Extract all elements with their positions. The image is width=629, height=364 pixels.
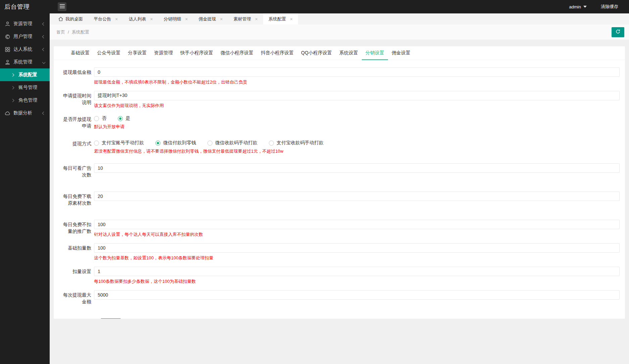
username: admin: [569, 4, 581, 9]
chevron-right-icon: [11, 99, 14, 102]
sidebar-item-system-mgmt[interactable]: 系统管理: [0, 56, 50, 68]
clear-cache-button[interactable]: 清除缓存: [601, 4, 618, 10]
sidebar-item-resource-mgmt[interactable]: 资源管理: [0, 17, 50, 30]
breadcrumb-row: 首页 / 系统配置: [50, 24, 629, 40]
sidebar-subitem-label: 账号管理: [18, 85, 37, 91]
window-tab-system-config[interactable]: 系统配置 ×: [263, 13, 298, 24]
radio-icon: [155, 141, 160, 146]
window-tab-bar: 我的桌面 平台公告 × 达人列表 × 分销明细 × 佣金提现 × 素材管理 × …: [50, 13, 629, 24]
field-label: 提现方式: [57, 139, 94, 154]
chevron-right-icon: [11, 73, 14, 76]
user-tie-icon: [5, 59, 10, 65]
sidebar-subitem-label: 系统配置: [18, 72, 37, 78]
radio-icon: [94, 141, 99, 146]
tab-system-settings[interactable]: 系统设置: [336, 46, 362, 60]
tab-kuaishou-miniapp[interactable]: 快手小程序设置: [177, 46, 217, 60]
sidebar-item-system-config[interactable]: 系统配置: [0, 68, 50, 81]
breadcrumb-home-link[interactable]: 首页: [56, 29, 65, 35]
sidebar-item-account-mgmt[interactable]: 账号管理: [0, 81, 50, 94]
close-icon[interactable]: ×: [185, 16, 188, 22]
user-menu[interactable]: admin: [569, 4, 587, 9]
close-icon[interactable]: ×: [290, 16, 293, 22]
close-icon[interactable]: ×: [255, 16, 258, 22]
breadcrumb: 首页 / 系统配置: [56, 29, 89, 35]
close-icon[interactable]: ×: [115, 16, 118, 22]
sidebar-item-role-mgmt[interactable]: 角色管理: [0, 94, 50, 107]
refresh-button[interactable]: [612, 27, 624, 37]
tab-commission-settings[interactable]: 佣金设置: [388, 46, 414, 60]
daily-free-promotions-input[interactable]: [94, 220, 620, 229]
grid-icon: [5, 47, 10, 52]
window-tab[interactable]: 分销明细 ×: [158, 13, 193, 24]
field-hint: 每100条数据要扣多少条数据，这个100为基础扣量数: [94, 278, 620, 284]
window-tab-label: 分销明细: [163, 16, 181, 22]
window-tab-label: 达人列表: [129, 16, 146, 22]
tab-distribution-settings[interactable]: 分销设置: [362, 46, 388, 60]
tab-share-settings[interactable]: 分享设置: [124, 46, 150, 60]
cloud-icon: [5, 110, 10, 116]
form-row-deduction-setting: 扣量设置 每100条数据要扣多少条数据，这个100为基础扣量数: [57, 267, 620, 284]
window-tab[interactable]: 素材管理 ×: [228, 13, 263, 24]
field-label: 每日可看广告次数: [57, 163, 94, 178]
chevron-left-icon: [42, 35, 46, 38]
sidebar-item-label: 数据分析: [13, 110, 43, 116]
deduction-setting-input[interactable]: [94, 267, 620, 276]
radio-option-no[interactable]: 否: [94, 115, 106, 121]
chevron-right-icon: [11, 86, 14, 89]
sidebar-item-talent-system[interactable]: 达人系统: [0, 43, 50, 56]
sidebar-toggle-button[interactable]: [58, 2, 66, 11]
form-row-min-withdraw: 提现最低金额 提现最低金额，不填或填0表示不限制，金额小数位不能超过2位，出错自…: [57, 67, 620, 85]
settings-card: 基础设置 公众号设置 分享设置 资源管理 快手小程序设置 微信小程序设置 抖音小…: [54, 46, 625, 319]
tab-basic-settings[interactable]: 基础设置: [67, 46, 93, 60]
window-tab-label: 平台公告: [94, 16, 111, 22]
daily-free-downloads-input[interactable]: [94, 192, 620, 201]
withdraw-time-note-input[interactable]: [94, 91, 620, 100]
form-row-max-withdraw: 每次提现最大金额: [57, 290, 620, 305]
refresh-icon: [615, 29, 621, 35]
window-tab[interactable]: 佣金提现 ×: [193, 13, 228, 24]
chevron-left-icon: [42, 48, 46, 51]
chevron-down-icon: [583, 6, 587, 8]
close-icon[interactable]: ×: [150, 16, 153, 22]
window-tab[interactable]: 平台公告 ×: [88, 13, 123, 24]
field-hint: 该文案仅作为提现说明，无实际作用: [94, 103, 620, 108]
modify-button[interactable]: 修改: [101, 318, 121, 319]
form-row-daily-free-downloads: 每日免费下载原素材次数: [57, 192, 620, 206]
close-icon[interactable]: ×: [220, 16, 223, 22]
max-withdraw-input[interactable]: [94, 290, 620, 300]
field-hint: 默认为开放申请: [94, 124, 620, 129]
top-header: 后台管理 admin 清除缓存: [0, 0, 629, 13]
sidebar-item-user-mgmt[interactable]: 用户管理: [0, 30, 50, 43]
form-row-base-deduction: 基础扣量数 这个数为扣量基数，如设置100，表示每100条数据要处理扣量: [57, 243, 620, 261]
tab-qq-miniapp[interactable]: QQ小程序设置: [297, 46, 336, 60]
window-tab-desktop[interactable]: 我的桌面: [53, 13, 88, 24]
chevron-left-icon: [42, 22, 46, 25]
window-tab[interactable]: 达人列表 ×: [123, 13, 158, 24]
radio-option-alipay-manual[interactable]: 支付宝账号手动打款: [94, 140, 144, 146]
field-label: 每日免费不扣量的推广数: [57, 220, 94, 237]
main-region: 我的桌面 平台公告 × 达人列表 × 分销明细 × 佣金提现 × 素材管理 × …: [50, 0, 629, 319]
tab-douyin-miniapp[interactable]: 抖音小程序设置: [257, 46, 297, 60]
field-label: 提现最低金额: [57, 67, 94, 85]
home-icon: [58, 17, 63, 21]
radio-option-yes[interactable]: 是: [118, 115, 130, 121]
withdraw-open-radio-group: 否 是: [94, 114, 620, 121]
tab-wechat-miniapp[interactable]: 微信小程序设置: [217, 46, 257, 60]
base-deduction-input[interactable]: [94, 243, 620, 253]
radio-option-wechat-qrcode[interactable]: 微信收款码手动打款: [207, 140, 257, 146]
min-withdraw-input[interactable]: [94, 67, 620, 77]
settings-form: 提现最低金额 提现最低金额，不填或填0表示不限制，金额小数位不能超过2位，出错自…: [54, 60, 625, 319]
sidebar-item-data-analysis[interactable]: 数据分析: [0, 107, 50, 119]
field-label: 扣量设置: [57, 267, 94, 284]
tab-resource-mgmt[interactable]: 资源管理: [150, 46, 177, 60]
daily-ad-views-input[interactable]: [94, 163, 620, 173]
field-hint: 提现最低金额，不填或填0表示不限制，金额小数位不能超过2位，出错自己负责: [94, 79, 620, 85]
window-tab-label: 我的桌面: [65, 16, 83, 22]
form-row-withdraw-method: 提现方式 支付宝账号手动打款 微信付款到零钱: [57, 139, 620, 154]
field-label: 申请提现时间说明: [57, 91, 94, 108]
chevron-left-icon: [42, 111, 46, 115]
radio-option-wechat-change[interactable]: 微信付款到零钱: [155, 140, 196, 146]
form-row-withdraw-time-note: 申请提现时间说明 该文案仅作为提现说明，无实际作用: [57, 91, 620, 108]
radio-option-alipay-qrcode[interactable]: 支付宝收款码手动打款: [269, 140, 324, 146]
tab-official-account-settings[interactable]: 公众号设置: [93, 46, 124, 60]
